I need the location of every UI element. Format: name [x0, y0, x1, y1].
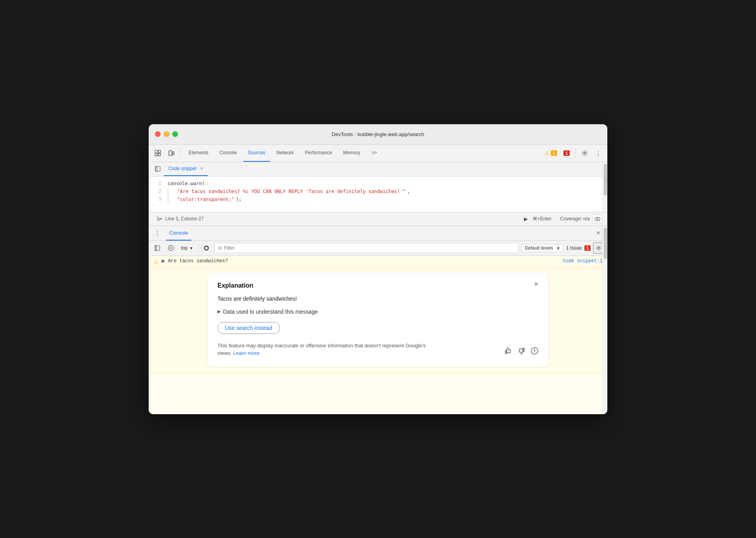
console-source-link[interactable]: Code snippet:1 [563, 258, 603, 264]
console-panel: ⋮ Console × top ▼ [149, 226, 607, 414]
context-selector[interactable]: top ▼ [179, 244, 196, 252]
svg-rect-1 [155, 153, 157, 156]
code-snippet-tab[interactable]: Code snippet × [164, 162, 208, 176]
inspect-element-icon[interactable] [152, 147, 164, 159]
data-section-label: Data used to understand this message [223, 309, 318, 315]
console-message-text: Are tacos sandwiches? [168, 258, 559, 264]
learn-more-link[interactable]: Learn more [233, 350, 259, 356]
warning-badge[interactable]: ⚠ 1 [542, 149, 559, 157]
tab-console[interactable]: Console [215, 144, 242, 162]
svg-rect-19 [523, 348, 524, 351]
levels-dropdown-icon: ▼ [556, 246, 560, 250]
thumbs-up-button[interactable] [504, 347, 512, 357]
console-more-options[interactable]: ⋮ [152, 227, 163, 239]
editor-position: Line 3, Column 27 [165, 216, 204, 222]
svg-rect-7 [155, 167, 157, 171]
issue-count-area: 1 Issue: 1 [566, 245, 591, 251]
thumbs-down-button[interactable] [517, 347, 526, 357]
data-section-arrow: ▶ [217, 309, 221, 314]
tab-performance[interactable]: Performance [300, 144, 337, 162]
svg-point-10 [597, 218, 598, 220]
svg-point-17 [598, 247, 600, 249]
editor-tab-bar: Code snippet × [149, 162, 607, 176]
filter-input[interactable] [224, 245, 515, 251]
status-run-area: ▶ ⌘+Enter Coverage: n/a [522, 214, 603, 223]
window-title: DevTools - bubble-jingle.web.app/search [332, 131, 424, 137]
run-shortcut: ⌘+Enter [533, 216, 552, 222]
traffic-lights [155, 131, 178, 137]
run-button[interactable]: ▶ [522, 214, 530, 223]
flag-button[interactable] [531, 347, 539, 357]
console-live-expressions[interactable] [201, 242, 212, 254]
format-icon[interactable] [153, 213, 165, 225]
more-options-icon[interactable]: ⋮ [592, 147, 604, 159]
more-tabs-button[interactable]: >> [367, 144, 382, 162]
console-scrollbar[interactable] [603, 226, 607, 414]
use-search-button[interactable]: Use search instead [217, 322, 280, 334]
svg-rect-2 [158, 150, 161, 153]
svg-rect-18 [505, 350, 507, 354]
svg-point-21 [534, 352, 535, 352]
console-header: ⋮ Console × [149, 226, 607, 241]
explanation-close-button[interactable]: × [531, 279, 542, 290]
tab-memory[interactable]: Memory [338, 144, 365, 162]
console-tab[interactable]: Console [166, 225, 191, 241]
status-bar: Line 3, Column 27 ▶ ⌘+Enter Coverage: n/… [149, 212, 607, 226]
tab-elements[interactable]: Elements [184, 144, 213, 162]
context-dropdown-icon: ▼ [189, 246, 193, 250]
devtools-window: DevTools - bubble-jingle.web.app/search … [149, 124, 607, 414]
svg-rect-5 [172, 152, 174, 155]
levels-selector[interactable]: Default levels ▼ [521, 244, 564, 252]
toolbar-divider-2 [575, 148, 576, 158]
close-tab-icon[interactable]: × [200, 166, 203, 171]
filter-icon: ⊟ [218, 245, 222, 251]
code-text-1: console.warn( [168, 180, 205, 188]
editor-panel-toggle[interactable] [152, 163, 164, 175]
console-warning-row: ⚠ ▶ Are tacos sandwiches? Code snippet:1 [149, 256, 607, 268]
warn-icon-1: ⚠ [206, 180, 210, 188]
code-line-1: 1 console.warn( ⚠ [149, 180, 607, 188]
issue-count-badge: 1 [584, 245, 591, 251]
tab-network[interactable]: Network [272, 144, 299, 162]
error-badge[interactable]: 1 [561, 150, 572, 157]
minimize-button[interactable] [164, 131, 169, 137]
settings-icon[interactable] [579, 147, 591, 159]
editor-scrollbar[interactable] [603, 162, 607, 212]
svg-point-6 [584, 152, 586, 154]
expand-arrow-icon[interactable]: ▶ [162, 258, 165, 263]
tab-sources[interactable]: Sources [243, 144, 270, 162]
devtools-toolbar: Elements Console Sources Network Perform… [149, 145, 607, 162]
warning-icon: ⚠ [544, 150, 550, 156]
svg-rect-3 [158, 153, 161, 156]
close-button[interactable] [155, 131, 161, 137]
explanation-wrapper: × Explanation Tacos are definitely sandw… [149, 268, 607, 373]
line-num-2: 2 [152, 188, 168, 195]
code-line-3: 3 "color:transparent;" ); [149, 195, 607, 203]
warning-count: 1 [551, 150, 557, 156]
warn-triangle-icon: ⚠ [153, 259, 159, 265]
code-snippet-label: Code snippet [168, 166, 197, 171]
device-toolbar-icon[interactable] [165, 147, 177, 159]
console-toolbar: top ▼ ⊟ Default levels ▼ 1 Issue [149, 241, 607, 256]
disclaimer-row: This feature may display inaccurate or o… [217, 342, 539, 357]
console-scrollbar-thumb[interactable] [604, 227, 607, 259]
screenshot-button[interactable] [592, 214, 603, 223]
filter-input-wrap: ⊟ [214, 243, 519, 253]
svg-rect-12 [155, 246, 160, 250]
clear-console-button[interactable] [165, 242, 176, 254]
console-divider [198, 244, 198, 252]
code-text-3: "color:transparent;" [177, 195, 234, 203]
data-section-toggle[interactable]: ▶ Data used to understand this message [217, 309, 539, 315]
explanation-title: Explanation [217, 282, 539, 289]
explanation-card: × Explanation Tacos are definitely sandw… [208, 273, 548, 367]
fullscreen-button[interactable] [172, 131, 178, 137]
svg-point-16 [204, 245, 209, 251]
code-line-2: 2 "Are tacos sandwiches? %c YOU CAN ONLY… [149, 188, 607, 195]
editor-scrollbar-thumb[interactable] [604, 164, 607, 195]
console-panel-toggle[interactable] [152, 242, 163, 254]
toolbar-divider [180, 148, 181, 158]
svg-rect-11 [155, 246, 157, 250]
explanation-body-text: Tacos are definitely sandwiches! [217, 295, 539, 303]
coverage-label: Coverage: n/a [560, 216, 590, 222]
title-bar: DevTools - bubble-jingle.web.app/search [149, 124, 607, 145]
